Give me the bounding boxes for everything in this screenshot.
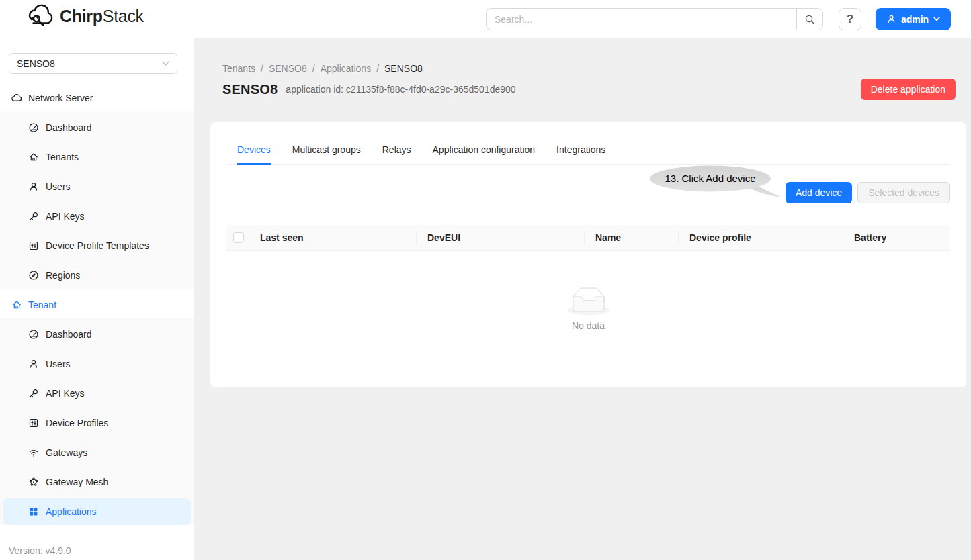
help-button[interactable]: ? — [839, 8, 861, 30]
column-header-device-profile: Device profile — [679, 225, 843, 250]
page-header: SENSO8 application id: c21135f8-f88c-4fd… — [210, 79, 966, 100]
sidebar-item-label: Users — [46, 181, 71, 192]
key-icon — [28, 388, 39, 399]
tenant-submenu: Dashboard Users API Keys Device Profiles — [0, 318, 194, 525]
chirpstack-cloud-bird-icon — [26, 4, 55, 28]
column-header-last-seen: Last seen — [249, 225, 417, 250]
sidebar-item-label: Regions — [46, 270, 80, 281]
tenant-select[interactable]: SENSO8 — [9, 53, 177, 74]
control-icon — [28, 418, 39, 428]
sidebar: SENSO8 Network Server Dashboard — [0, 38, 194, 560]
application-id: application id: c21135f8-f88c-4fd0-a29c-… — [286, 84, 515, 95]
breadcrumb-separator: / — [261, 63, 263, 74]
table-header-checkbox-cell — [226, 225, 249, 250]
sidebar-item-tenant-gateways[interactable]: Gateways — [3, 439, 191, 466]
version-label: Version: v4.9.0 — [9, 545, 71, 556]
sidebar-item-tenant-users[interactable]: Users — [3, 351, 191, 377]
sidebar-group-tenant[interactable]: Tenant — [0, 291, 194, 318]
breadcrumb-applications[interactable]: Applications — [321, 63, 372, 74]
sidebar-item-label: API Keys — [46, 211, 85, 222]
sidebar-item-tenant-device-profiles[interactable]: Device Profiles — [3, 410, 191, 436]
tab-bar: Devices Multicast groups Relays Applicat… — [226, 136, 950, 165]
breadcrumb-tenants[interactable]: Tenants — [222, 63, 255, 74]
sidebar-item-label: Tenants — [46, 152, 79, 162]
tab-relays[interactable]: Relays — [382, 136, 411, 164]
breadcrumb-separator: / — [376, 63, 379, 74]
sidebar-item-label: Device Profiles — [46, 418, 108, 428]
chirpstack-logo: ChirpStack — [26, 4, 144, 28]
sidebar-group-label: Tenant — [28, 299, 56, 310]
empty-state-text: No data — [572, 320, 605, 331]
sidebar-item-tenant-api-keys[interactable]: API Keys — [3, 380, 191, 407]
breadcrumb-separator: / — [312, 63, 315, 74]
dashboard-icon — [28, 122, 39, 133]
home-icon — [11, 299, 22, 310]
table-header-row: Last seen DevEUI Name Device profile Bat… — [226, 225, 950, 251]
breadcrumb: Tenants / SENSO8 / Applications / SENSO8 — [210, 61, 966, 76]
sidebar-item-ns-dashboard[interactable]: Dashboard — [3, 114, 191, 141]
control-icon — [28, 240, 39, 251]
main-content: Tenants / SENSO8 / Applications / SENSO8… — [194, 0, 971, 387]
sidebar-item-ns-users[interactable]: Users — [3, 173, 191, 200]
sidebar-item-ns-tenants[interactable]: Tenants — [3, 144, 191, 171]
sidebar-item-tenant-gateway-mesh[interactable]: Gateway Mesh — [3, 469, 191, 496]
tab-application-configuration[interactable]: Application configuration — [433, 136, 536, 164]
sidebar-item-ns-regions[interactable]: Regions — [3, 262, 191, 289]
delete-application-button[interactable]: Delete application — [861, 79, 956, 100]
page-title: SENSO8 — [222, 82, 278, 97]
column-header-name: Name — [585, 225, 679, 250]
empty-inbox-icon — [567, 287, 610, 315]
compass-icon — [28, 270, 39, 281]
devices-table: Last seen DevEUI Name Device profile Bat… — [226, 225, 950, 367]
sidebar-item-label: Dashboard — [46, 122, 92, 133]
breadcrumb-tenant-senso8[interactable]: SENSO8 — [269, 63, 307, 74]
network-server-submenu: Dashboard Tenants Users API Keys — [0, 111, 194, 289]
global-search — [486, 8, 823, 30]
chevron-down-icon — [162, 61, 169, 66]
sidebar-group-label: Network Server — [28, 93, 93, 103]
search-input[interactable] — [486, 8, 796, 30]
sidebar-item-label: Applications — [46, 506, 97, 517]
user-icon — [28, 359, 39, 369]
table-actions: Add device Selected devices — [226, 182, 950, 203]
tab-devices[interactable]: Devices — [237, 136, 271, 164]
empty-state: No data — [226, 251, 950, 367]
dashboard-icon — [28, 329, 39, 340]
user-menu-button[interactable]: admin — [876, 8, 951, 30]
sidebar-item-tenant-applications[interactable]: Applications — [3, 498, 191, 525]
home-icon — [28, 152, 39, 162]
sidebar-item-label: Dashboard — [46, 329, 92, 340]
column-header-deveui: DevEUI — [417, 225, 585, 250]
key-icon — [28, 211, 39, 222]
sidebar-menu: Network Server Dashboard Tenants Users — [0, 85, 194, 525]
tab-multicast-groups[interactable]: Multicast groups — [292, 136, 361, 164]
user-menu-label: admin — [901, 14, 929, 25]
user-icon — [28, 181, 39, 192]
top-header: ChirpStack ? admin — [0, 0, 971, 38]
appstore-icon — [28, 506, 39, 517]
wifi-icon — [28, 447, 39, 458]
sidebar-item-label: Gateway Mesh — [46, 477, 108, 487]
selected-devices-button: Selected devices — [857, 182, 950, 203]
search-button[interactable] — [796, 8, 823, 30]
sidebar-item-ns-device-profile-templates[interactable]: Device Profile Templates — [3, 232, 191, 259]
question-icon: ? — [847, 13, 853, 26]
mesh-icon — [28, 477, 39, 487]
column-header-battery: Battery — [843, 225, 950, 250]
sidebar-item-tenant-dashboard[interactable]: Dashboard — [3, 321, 191, 348]
select-all-checkbox[interactable] — [233, 232, 244, 243]
add-device-button[interactable]: Add device — [786, 182, 852, 203]
sidebar-item-ns-api-keys[interactable]: API Keys — [3, 203, 191, 230]
chevron-down-icon — [933, 17, 940, 21]
sidebar-item-label: Gateways — [46, 447, 87, 458]
cloud-icon — [11, 93, 22, 103]
breadcrumb-current: SENSO8 — [384, 63, 423, 74]
sidebar-group-network-server[interactable]: Network Server — [0, 85, 194, 111]
devices-card: Devices Multicast groups Relays Applicat… — [210, 122, 966, 387]
sidebar-item-label: Device Profile Templates — [46, 240, 149, 251]
sidebar-item-label: Users — [46, 359, 71, 369]
tab-integrations[interactable]: Integrations — [556, 136, 605, 164]
brand-name: ChirpStack — [60, 7, 144, 26]
sidebar-item-label: API Keys — [46, 388, 85, 399]
tenant-select-value: SENSO8 — [17, 58, 55, 69]
